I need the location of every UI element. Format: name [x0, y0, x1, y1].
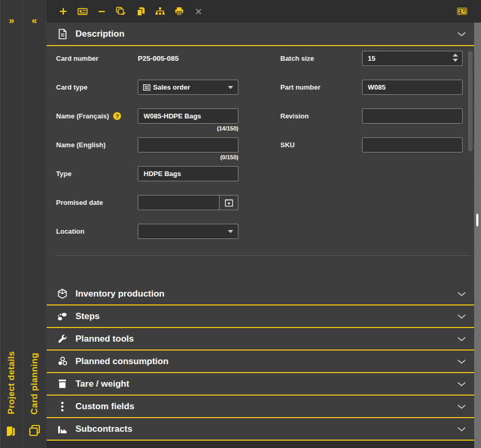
location-dropdown[interactable] [138, 224, 238, 239]
field-card-type: Card type Sales order [56, 80, 260, 95]
batch-size-label: Batch size [280, 54, 362, 62]
expand-panel-button[interactable]: » [1, 15, 23, 26]
side-panel-project-details: » Project details [0, 0, 23, 448]
side-panel-card-planning: « Card planning [23, 0, 46, 448]
section-title: Planned consumption [75, 356, 457, 367]
contact-card-icon[interactable] [457, 6, 467, 17]
calendar-icon [225, 199, 233, 207]
card-number-value: P25-005-085 [138, 54, 179, 62]
window-scrollbar-thumb[interactable] [476, 214, 478, 226]
container-icon [56, 379, 69, 389]
steps-icon [56, 312, 69, 321]
window-scrollbar[interactable] [474, 23, 481, 448]
batch-size-stepper[interactable] [453, 53, 458, 62]
section-header-steps[interactable]: Steps [47, 305, 474, 328]
section-title: Tare / weight [75, 379, 457, 389]
toolbar [47, 0, 481, 23]
collapse-panel-button[interactable]: « [23, 15, 46, 26]
cards-icon [28, 424, 41, 440]
description-form: Card number P25-005-085 Card type Sales … [47, 46, 474, 256]
chevron-down-icon[interactable] [457, 357, 466, 366]
section-header-planned-consumption[interactable]: Planned consumption [47, 351, 474, 373]
remove-icon[interactable] [96, 6, 107, 17]
print-icon[interactable] [174, 6, 184, 17]
name-francais-input[interactable] [138, 108, 238, 124]
section-title: Description [75, 29, 457, 39]
folder-icon [5, 425, 18, 440]
cube-icon [56, 289, 69, 299]
card-icon[interactable] [77, 6, 88, 17]
tab-card-planning[interactable]: Card planning [29, 353, 40, 414]
section-header-subcontracts[interactable]: Subcontracts [47, 418, 474, 441]
step-up-icon[interactable] [453, 53, 458, 57]
section-title: Steps [75, 311, 457, 322]
step-down-icon[interactable] [453, 59, 458, 62]
part-number-label: Part number [280, 83, 362, 91]
app-window: » Project details « Card planning [0, 0, 481, 448]
close-icon[interactable] [193, 6, 204, 17]
field-sku: SKU [280, 137, 474, 152]
field-promised-date: Promised date [56, 195, 260, 210]
name-english-input[interactable] [138, 137, 238, 152]
revision-input[interactable] [362, 108, 463, 124]
promised-date-field [138, 195, 238, 210]
list-icon [143, 84, 150, 91]
wrench-icon [56, 334, 69, 344]
promised-date-label: Promised date [56, 199, 138, 206]
section-header-planned-tools[interactable]: Planned tools [47, 328, 474, 351]
document-icon [56, 29, 69, 39]
chevron-down-icon[interactable] [457, 289, 466, 299]
chevron-down-icon [228, 230, 233, 233]
card-type-dropdown[interactable]: Sales order [138, 80, 238, 95]
sku-label: SKU [280, 141, 362, 149]
chevron-down-icon[interactable] [457, 424, 466, 434]
field-part-number: Part number [280, 80, 474, 95]
sku-input[interactable] [362, 137, 463, 152]
chevron-down-icon[interactable] [457, 312, 466, 321]
card-number-label: Card number [56, 54, 138, 62]
promised-date-input[interactable] [138, 195, 219, 210]
name-english-label: Name (English) [56, 141, 138, 149]
field-name-english: Name (English) (0/150) [56, 137, 260, 152]
section-header-inventory-production[interactable]: Inventory production [47, 283, 474, 305]
form-spacer [47, 256, 474, 283]
field-batch-size: Batch size [280, 51, 474, 66]
ellipsis-icon [56, 401, 69, 412]
field-name-francais: Name (Français) ? (14/150) [56, 108, 260, 124]
location-label: Location [56, 227, 138, 235]
batch-size-input[interactable] [362, 51, 463, 66]
card-detail-panel: Description Card number P25-005-085 Card… [47, 23, 474, 448]
add-icon[interactable] [58, 6, 68, 17]
chevron-down-icon[interactable] [457, 379, 466, 389]
form-divider [56, 255, 470, 256]
chevron-down-icon[interactable] [457, 334, 466, 344]
hierarchy-icon[interactable] [155, 6, 165, 17]
form-scrollbar[interactable] [468, 51, 473, 151]
field-revision: Revision [280, 108, 474, 124]
part-number-input[interactable] [362, 80, 463, 95]
consumption-icon [56, 356, 69, 366]
type-label: Type [56, 170, 138, 178]
chevron-down-icon [228, 86, 233, 89]
field-location: Location [56, 224, 260, 239]
revision-label: Revision [280, 112, 362, 120]
duplicate-arrow-icon[interactable] [116, 6, 126, 17]
help-icon[interactable]: ? [113, 112, 121, 120]
calendar-button[interactable] [219, 195, 238, 210]
chevron-down-icon[interactable] [457, 402, 466, 411]
type-input[interactable] [138, 166, 238, 181]
name-francais-label: Name (Français) ? [56, 112, 138, 120]
section-title: Planned tools [75, 334, 457, 344]
section-title: Custom fields [75, 401, 457, 412]
section-header-description[interactable]: Description [47, 23, 474, 46]
field-card-number: Card number P25-005-085 [56, 51, 260, 66]
field-type: Type [56, 166, 260, 181]
name-english-counter: (0/150) [220, 154, 238, 160]
chevron-down-icon[interactable] [457, 29, 466, 39]
section-header-custom-fields[interactable]: Custom fields [47, 396, 474, 418]
name-francais-counter: (14/150) [217, 125, 238, 132]
copy-pages-icon[interactable] [135, 6, 146, 17]
tab-project-details[interactable]: Project details [6, 351, 17, 414]
bottom-strip [47, 441, 474, 448]
section-header-tare-weight[interactable]: Tare / weight [47, 373, 474, 396]
